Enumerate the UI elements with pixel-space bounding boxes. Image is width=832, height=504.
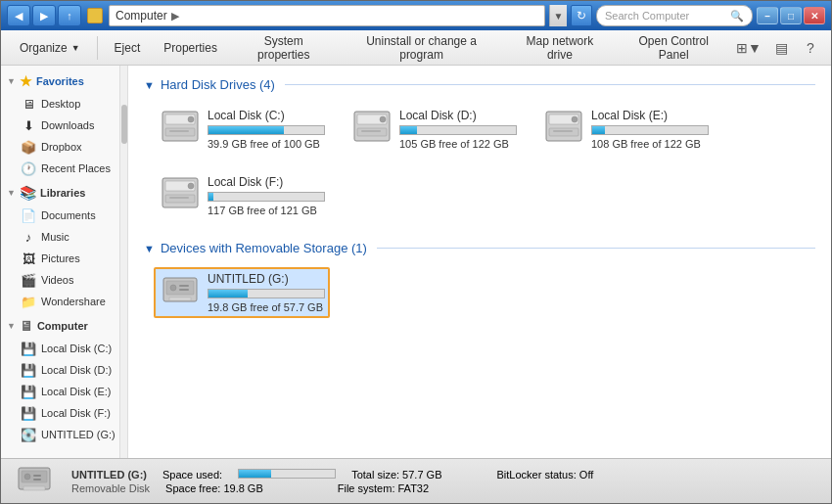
drive-d[interactable]: Local Disk (D:) 105 GB free of 122 GB <box>346 104 522 155</box>
status-space-free: Space free: 19.8 GB <box>165 482 263 494</box>
drive-e-icon <box>544 109 583 144</box>
status-space-used-label: Space used: <box>162 469 222 481</box>
wondershare-icon: 📁 <box>21 294 36 309</box>
drive-f-bar <box>208 193 213 201</box>
disk-d-icon: 💾 <box>21 362 36 378</box>
sidebar-item-recent[interactable]: 🕐 Recent Places <box>1 158 127 179</box>
status-drive-icon <box>17 465 52 497</box>
sidebar-local-e-label: Local Disk (E:) <box>41 386 112 397</box>
removable-title: Devices with Removable Storage (1) <box>161 241 367 255</box>
drive-d-name: Local Disk (D:) <box>399 109 517 122</box>
sidebar-wondershare-label: Wondershare <box>41 296 106 307</box>
toolbar: Organize ▼ Eject Properties System prope… <box>1 30 831 66</box>
control-panel-button[interactable]: Open Control Panel <box>616 34 731 62</box>
svg-rect-30 <box>33 475 41 477</box>
sidebar-computer: ▼ 🖥 Computer 💾 Local Disk (C:) 💾 Local D… <box>1 314 127 445</box>
sidebar-downloads-label: Downloads <box>41 119 94 131</box>
libraries-arrow-icon: ▼ <box>7 188 16 198</box>
sidebar-item-desktop[interactable]: 🖥 Desktop <box>1 93 127 115</box>
svg-point-2 <box>188 116 194 122</box>
sidebar-item-documents[interactable]: 📄 Documents <box>1 205 127 226</box>
search-bar[interactable]: Search Computer 🔍 <box>596 5 753 26</box>
sidebar-item-pictures[interactable]: 🖼 Pictures <box>1 248 127 269</box>
status-bitlocker: BitLocker status: Off <box>496 469 593 481</box>
status-usb-svg <box>17 465 52 494</box>
view-options-button[interactable]: ⊞▼ <box>733 36 764 60</box>
search-placeholder: Search Computer <box>605 10 689 22</box>
libraries-book-icon: 📚 <box>20 185 36 201</box>
system-properties-button[interactable]: System properties <box>230 34 338 62</box>
back-button[interactable]: ◀ <box>7 5 30 26</box>
drive-c-bar <box>208 126 284 134</box>
drive-g-bar-container <box>208 289 325 298</box>
drive-g[interactable]: UNTITLED (G:) 19.8 GB free of 57.7 GB <box>154 267 330 318</box>
sidebar-item-local-e[interactable]: 💾 Local Disk (E:) <box>1 381 127 402</box>
maximize-button[interactable]: □ <box>780 7 802 24</box>
properties-button[interactable]: Properties <box>153 34 228 62</box>
sidebar-item-dropbox[interactable]: 📦 Dropbox <box>1 136 127 158</box>
search-icon: 🔍 <box>730 10 744 23</box>
main-area: ▼ ★ Favorites 🖥 Desktop ⬇ Downloads 📦 Dr… <box>1 66 831 458</box>
status-info-panel: UNTITLED (G:) Space used: Total size: 57… <box>71 469 593 494</box>
drive-e[interactable]: Local Disk (E:) 108 GB free of 122 GB <box>537 104 714 155</box>
hard-disks-section-header[interactable]: ▼ Hard Disk Drives (4) <box>144 77 815 92</box>
hdd-svg-f <box>162 177 199 208</box>
title-bar: ◀ ▶ ↑ Computer ▶ ▼ ↻ Search Computer 🔍 –… <box>1 1 831 30</box>
drive-c[interactable]: Local Disk (C:) 39.9 GB free of 100 GB <box>154 104 330 155</box>
sidebar-libraries: ▼ 📚 Libraries 📄 Documents ♪ Music 🖼 Pict… <box>1 181 127 312</box>
close-button[interactable]: ✕ <box>804 7 825 24</box>
status-bar-visual <box>238 469 336 479</box>
status-total-size: Total size: 57.7 GB <box>351 469 441 481</box>
sidebar-scrollbar[interactable] <box>119 66 127 458</box>
sidebar-libraries-header[interactable]: ▼ 📚 Libraries <box>1 181 127 205</box>
uninstall-button[interactable]: Uninstall or change a program <box>340 34 504 62</box>
downloads-icon: ⬇ <box>21 117 36 133</box>
sidebar-item-wondershare[interactable]: 📁 Wondershare <box>1 291 127 312</box>
sidebar-item-videos[interactable]: 🎬 Videos <box>1 269 127 291</box>
address-path: Computer <box>116 9 167 23</box>
disk-e-icon: 💾 <box>21 384 36 399</box>
drive-e-name: Local Disk (E:) <box>591 109 709 122</box>
address-bar[interactable]: Computer ▶ <box>109 5 545 26</box>
pane-button[interactable]: ▤ <box>768 36 794 60</box>
svg-point-29 <box>24 474 30 480</box>
svg-rect-31 <box>33 479 41 481</box>
drive-f-bar-container <box>208 192 325 202</box>
minimize-button[interactable]: – <box>757 7 778 24</box>
disk-f-icon: 💾 <box>21 405 36 421</box>
sidebar: ▼ ★ Favorites 🖥 Desktop ⬇ Downloads 📦 Dr… <box>1 66 128 458</box>
forward-button[interactable]: ▶ <box>32 5 56 26</box>
removable-section-header[interactable]: ▼ Devices with Removable Storage (1) <box>144 241 815 255</box>
toolbar-divider-1 <box>97 36 98 60</box>
map-network-button[interactable]: Map network drive <box>505 34 614 62</box>
sidebar-desktop-label: Desktop <box>41 98 80 110</box>
drive-e-bar <box>592 126 605 134</box>
sidebar-local-d-label: Local Disk (D:) <box>41 364 112 376</box>
organize-button[interactable]: Organize ▼ <box>9 34 91 62</box>
removable-drives-grid: UNTITLED (G:) 19.8 GB free of 57.7 GB <box>144 267 815 318</box>
sidebar-item-music[interactable]: ♪ Music <box>1 226 127 248</box>
sidebar-item-local-c[interactable]: 💾 Local Disk (C:) <box>1 338 127 359</box>
drive-f[interactable]: Local Disk (F:) 117 GB free of 121 GB <box>154 170 330 221</box>
eject-button[interactable]: Eject <box>104 34 152 62</box>
drive-d-icon <box>352 109 392 144</box>
help-button[interactable]: ? <box>798 36 823 60</box>
up-button[interactable]: ↑ <box>58 5 81 26</box>
svg-rect-19 <box>169 197 189 199</box>
sidebar-music-label: Music <box>41 231 69 243</box>
sidebar-pictures-label: Pictures <box>41 252 80 264</box>
drive-d-bar <box>400 126 417 134</box>
sidebar-item-local-d[interactable]: 💾 Local Disk (D:) <box>1 359 127 381</box>
sidebar-item-local-f[interactable]: 💾 Local Disk (F:) <box>1 402 127 424</box>
refresh-button[interactable]: ↻ <box>571 5 592 26</box>
sidebar-computer-header[interactable]: ▼ 🖥 Computer <box>1 314 127 338</box>
drive-d-info: Local Disk (D:) 105 GB free of 122 GB <box>399 109 517 150</box>
computer-icon: 🖥 <box>20 318 33 334</box>
drive-f-icon <box>161 175 200 210</box>
address-dropdown[interactable]: ▼ <box>549 5 567 26</box>
window-controls: – □ ✕ <box>757 7 825 24</box>
svg-rect-28 <box>23 486 45 490</box>
sidebar-item-downloads[interactable]: ⬇ Downloads <box>1 115 127 136</box>
sidebar-item-untitled-g[interactable]: 💽 UNTITLED (G:) <box>1 424 127 445</box>
sidebar-favorites-header[interactable]: ▼ ★ Favorites <box>1 69 127 93</box>
